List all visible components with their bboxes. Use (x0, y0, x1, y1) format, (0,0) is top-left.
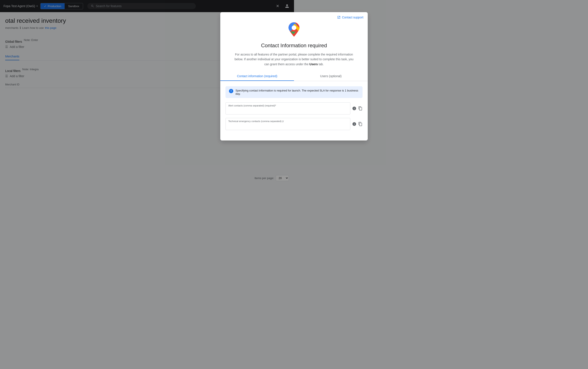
modal-top-bar: Contact support (220, 12, 294, 19)
tech-contacts-field[interactable]: Technical emergency contacts (comma sepa… (225, 118, 294, 130)
modal-title: Contact Information required (220, 42, 294, 49)
modal-description: For access to all features of the partne… (220, 52, 294, 67)
modal-desc-text: For access to all features of the partne… (235, 53, 294, 66)
google-maps-icon (285, 21, 294, 38)
tech-contacts-input[interactable] (228, 125, 294, 128)
modal-logo (220, 21, 294, 38)
tech-contacts-field-wrap: Technical emergency contacts (comma sepa… (225, 118, 294, 130)
alert-contacts-field-wrap: Alert contacts (comma separated) (requir… (225, 102, 294, 114)
notice-text: Specifying contact information is requir… (235, 89, 294, 95)
contact-info-modal: Contact support Contact Information requ (220, 12, 294, 141)
modal-tabs: Contact information (required) Users (op… (220, 72, 294, 81)
tab-contact-label: Contact information (required) (237, 74, 277, 78)
tech-contacts-row: Technical emergency contacts (comma sepa… (225, 118, 294, 130)
modal-overlay: Contact support Contact Information requ (0, 0, 294, 184)
alert-contacts-label: Alert contacts (comma separated) (requir… (228, 104, 276, 107)
alert-contacts-field[interactable]: Alert contacts (comma separated) (requir… (225, 102, 294, 114)
tab-contact-information[interactable]: Contact information (required) (220, 72, 294, 81)
alert-contacts-input[interactable] (228, 109, 294, 113)
tech-contacts-label: Technical emergency contacts (comma sepa… (228, 120, 284, 123)
alert-contacts-row: Alert contacts (comma separated) (requir… (225, 102, 294, 114)
notice-icon: ! (229, 89, 233, 93)
notice-banner: ! Specifying contact information is requ… (225, 86, 294, 98)
